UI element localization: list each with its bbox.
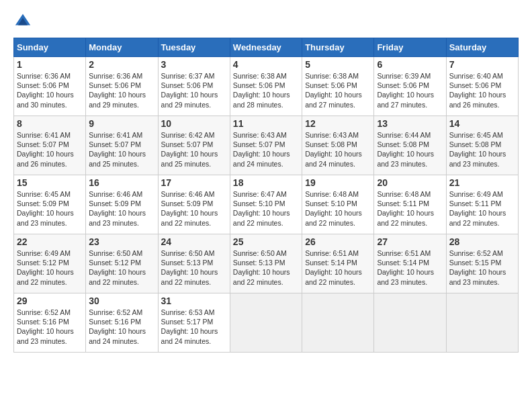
calendar-cell: 14Sunrise: 6:45 AM Sunset: 5:08 PM Dayli… bbox=[446, 116, 518, 175]
calendar-cell: 7Sunrise: 6:40 AM Sunset: 5:06 PM Daylig… bbox=[446, 57, 518, 116]
day-number: 5 bbox=[305, 59, 371, 70]
day-info: Sunrise: 6:36 AM Sunset: 5:06 PM Dayligh… bbox=[89, 71, 154, 109]
day-number: 10 bbox=[161, 118, 227, 129]
day-info: Sunrise: 6:47 AM Sunset: 5:10 PM Dayligh… bbox=[233, 189, 299, 228]
calendar-cell: 16Sunrise: 6:46 AM Sunset: 5:09 PM Dayli… bbox=[86, 175, 158, 234]
day-info: Sunrise: 6:49 AM Sunset: 5:12 PM Dayligh… bbox=[17, 248, 83, 287]
day-number: 27 bbox=[377, 236, 443, 247]
calendar-cell: 8Sunrise: 6:41 AM Sunset: 5:07 PM Daylig… bbox=[14, 116, 86, 175]
calendar-cell: 21Sunrise: 6:49 AM Sunset: 5:11 PM Dayli… bbox=[446, 175, 518, 234]
day-info: Sunrise: 6:40 AM Sunset: 5:06 PM Dayligh… bbox=[449, 71, 515, 109]
day-number: 18 bbox=[233, 177, 299, 188]
calendar-cell: 17Sunrise: 6:46 AM Sunset: 5:09 PM Dayli… bbox=[158, 175, 230, 234]
day-info: Sunrise: 6:45 AM Sunset: 5:09 PM Dayligh… bbox=[17, 189, 83, 228]
day-info: Sunrise: 6:48 AM Sunset: 5:10 PM Dayligh… bbox=[305, 189, 371, 228]
day-info: Sunrise: 6:52 AM Sunset: 5:16 PM Dayligh… bbox=[17, 308, 83, 346]
calendar-cell: 31Sunrise: 6:53 AM Sunset: 5:17 PM Dayli… bbox=[158, 293, 230, 353]
day-info: Sunrise: 6:46 AM Sunset: 5:09 PM Dayligh… bbox=[89, 189, 154, 228]
day-number: 12 bbox=[305, 118, 371, 129]
day-info: Sunrise: 6:46 AM Sunset: 5:09 PM Dayligh… bbox=[161, 189, 227, 228]
day-number: 13 bbox=[377, 118, 443, 129]
calendar-week-3: 15Sunrise: 6:45 AM Sunset: 5:09 PM Dayli… bbox=[14, 175, 519, 234]
day-info: Sunrise: 6:38 AM Sunset: 5:06 PM Dayligh… bbox=[233, 71, 299, 109]
calendar-cell: 26Sunrise: 6:51 AM Sunset: 5:14 PM Dayli… bbox=[302, 234, 374, 293]
weekday-header-sunday: Sunday bbox=[14, 38, 86, 57]
calendar-cell: 18Sunrise: 6:47 AM Sunset: 5:10 PM Dayli… bbox=[230, 175, 302, 234]
day-info: Sunrise: 6:39 AM Sunset: 5:06 PM Dayligh… bbox=[377, 71, 443, 109]
day-number: 8 bbox=[17, 118, 83, 129]
calendar-cell: 10Sunrise: 6:42 AM Sunset: 5:07 PM Dayli… bbox=[158, 116, 230, 175]
day-number: 29 bbox=[17, 295, 83, 306]
calendar-cell: 25Sunrise: 6:50 AM Sunset: 5:13 PM Dayli… bbox=[230, 234, 302, 293]
day-number: 22 bbox=[17, 236, 83, 247]
day-info: Sunrise: 6:50 AM Sunset: 5:13 PM Dayligh… bbox=[233, 248, 299, 287]
day-number: 6 bbox=[377, 59, 443, 70]
logo-icon bbox=[13, 12, 32, 31]
day-info: Sunrise: 6:52 AM Sunset: 5:16 PM Dayligh… bbox=[89, 308, 154, 346]
weekday-header-wednesday: Wednesday bbox=[230, 38, 302, 57]
day-info: Sunrise: 6:50 AM Sunset: 5:13 PM Dayligh… bbox=[161, 248, 227, 287]
day-number: 9 bbox=[89, 118, 154, 129]
calendar-week-1: 1Sunrise: 6:36 AM Sunset: 5:06 PM Daylig… bbox=[14, 57, 519, 116]
calendar-cell: 23Sunrise: 6:50 AM Sunset: 5:12 PM Dayli… bbox=[86, 234, 158, 293]
day-number: 4 bbox=[233, 59, 299, 70]
day-number: 15 bbox=[17, 177, 83, 188]
day-number: 30 bbox=[89, 295, 154, 306]
day-number: 19 bbox=[305, 177, 371, 188]
calendar-cell bbox=[302, 293, 374, 353]
calendar-cell: 12Sunrise: 6:43 AM Sunset: 5:08 PM Dayli… bbox=[302, 116, 374, 175]
day-number: 11 bbox=[233, 118, 299, 129]
day-info: Sunrise: 6:43 AM Sunset: 5:08 PM Dayligh… bbox=[305, 130, 371, 169]
day-info: Sunrise: 6:37 AM Sunset: 5:06 PM Dayligh… bbox=[161, 71, 227, 109]
calendar-cell: 13Sunrise: 6:44 AM Sunset: 5:08 PM Dayli… bbox=[374, 116, 446, 175]
day-number: 17 bbox=[161, 177, 227, 188]
day-number: 25 bbox=[233, 236, 299, 247]
calendar-cell: 4Sunrise: 6:38 AM Sunset: 5:06 PM Daylig… bbox=[230, 57, 302, 116]
day-info: Sunrise: 6:52 AM Sunset: 5:15 PM Dayligh… bbox=[449, 248, 515, 287]
calendar-cell: 1Sunrise: 6:36 AM Sunset: 5:06 PM Daylig… bbox=[14, 57, 86, 116]
logo bbox=[13, 12, 34, 31]
calendar-week-2: 8Sunrise: 6:41 AM Sunset: 5:07 PM Daylig… bbox=[14, 116, 519, 175]
day-info: Sunrise: 6:36 AM Sunset: 5:06 PM Dayligh… bbox=[17, 71, 83, 109]
calendar-week-4: 22Sunrise: 6:49 AM Sunset: 5:12 PM Dayli… bbox=[14, 234, 519, 293]
calendar-cell: 30Sunrise: 6:52 AM Sunset: 5:16 PM Dayli… bbox=[86, 293, 158, 353]
weekday-header-monday: Monday bbox=[86, 38, 158, 57]
day-number: 3 bbox=[161, 59, 227, 70]
calendar-cell: 5Sunrise: 6:38 AM Sunset: 5:06 PM Daylig… bbox=[302, 57, 374, 116]
day-info: Sunrise: 6:42 AM Sunset: 5:07 PM Dayligh… bbox=[161, 130, 227, 169]
header bbox=[13, 12, 519, 31]
day-info: Sunrise: 6:51 AM Sunset: 5:14 PM Dayligh… bbox=[305, 248, 371, 287]
calendar-cell: 11Sunrise: 6:43 AM Sunset: 5:07 PM Dayli… bbox=[230, 116, 302, 175]
day-number: 20 bbox=[377, 177, 443, 188]
day-number: 16 bbox=[89, 177, 154, 188]
calendar-cell: 6Sunrise: 6:39 AM Sunset: 5:06 PM Daylig… bbox=[374, 57, 446, 116]
weekday-header-row: SundayMondayTuesdayWednesdayThursdayFrid… bbox=[14, 38, 519, 57]
calendar-cell: 24Sunrise: 6:50 AM Sunset: 5:13 PM Dayli… bbox=[158, 234, 230, 293]
day-info: Sunrise: 6:41 AM Sunset: 5:07 PM Dayligh… bbox=[89, 130, 154, 169]
calendar-cell: 9Sunrise: 6:41 AM Sunset: 5:07 PM Daylig… bbox=[86, 116, 158, 175]
calendar-cell bbox=[230, 293, 302, 353]
calendar-week-5: 29Sunrise: 6:52 AM Sunset: 5:16 PM Dayli… bbox=[14, 293, 519, 353]
day-number: 21 bbox=[449, 177, 515, 188]
day-number: 26 bbox=[305, 236, 371, 247]
calendar-cell: 29Sunrise: 6:52 AM Sunset: 5:16 PM Dayli… bbox=[14, 293, 86, 353]
calendar-cell: 27Sunrise: 6:51 AM Sunset: 5:14 PM Dayli… bbox=[374, 234, 446, 293]
calendar-cell: 2Sunrise: 6:36 AM Sunset: 5:06 PM Daylig… bbox=[86, 57, 158, 116]
day-info: Sunrise: 6:44 AM Sunset: 5:08 PM Dayligh… bbox=[377, 130, 443, 169]
day-number: 31 bbox=[161, 295, 227, 306]
day-number: 7 bbox=[449, 59, 515, 70]
day-info: Sunrise: 6:43 AM Sunset: 5:07 PM Dayligh… bbox=[233, 130, 299, 169]
weekday-header-friday: Friday bbox=[374, 38, 446, 57]
calendar-cell bbox=[446, 293, 518, 353]
calendar-cell: 28Sunrise: 6:52 AM Sunset: 5:15 PM Dayli… bbox=[446, 234, 518, 293]
day-info: Sunrise: 6:49 AM Sunset: 5:11 PM Dayligh… bbox=[449, 189, 515, 228]
day-info: Sunrise: 6:38 AM Sunset: 5:06 PM Dayligh… bbox=[305, 71, 371, 109]
day-info: Sunrise: 6:51 AM Sunset: 5:14 PM Dayligh… bbox=[377, 248, 443, 287]
calendar-cell bbox=[374, 293, 446, 353]
calendar-cell: 22Sunrise: 6:49 AM Sunset: 5:12 PM Dayli… bbox=[14, 234, 86, 293]
day-number: 24 bbox=[161, 236, 227, 247]
day-info: Sunrise: 6:48 AM Sunset: 5:11 PM Dayligh… bbox=[377, 189, 443, 228]
calendar-table: SundayMondayTuesdayWednesdayThursdayFrid… bbox=[13, 38, 519, 353]
day-number: 1 bbox=[17, 59, 83, 70]
day-info: Sunrise: 6:50 AM Sunset: 5:12 PM Dayligh… bbox=[89, 248, 154, 287]
